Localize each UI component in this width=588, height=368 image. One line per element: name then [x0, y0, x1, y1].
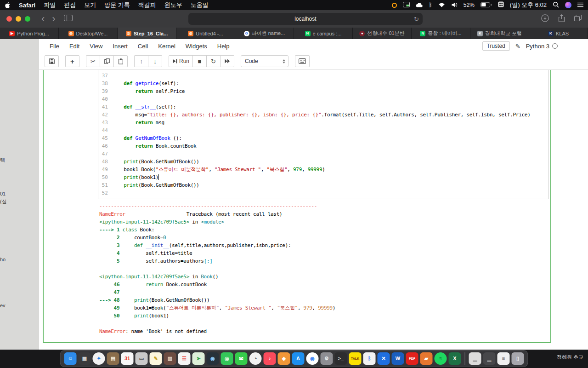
- browser-tab[interactable]: K경희대학교 포털: [470, 28, 529, 39]
- move-cell-up-button[interactable]: ↑: [134, 55, 148, 67]
- notebook-menu-item[interactable]: Help: [212, 41, 235, 52]
- dock-app-chrome[interactable]: ◉: [306, 352, 319, 365]
- browser-tab-active[interactable]: ◎Step_16_Cla...: [118, 28, 176, 39]
- dock-app-pdf[interactable]: PDF: [406, 352, 418, 365]
- dock-app-podcasts[interactable]: ◆: [278, 352, 290, 365]
- notebook-menu-item[interactable]: View: [85, 41, 107, 52]
- dock-app-blue-x[interactable]: ✕: [378, 352, 390, 365]
- address-bar[interactable]: localhost ↻: [188, 13, 423, 25]
- code-line-text[interactable]: return Book.countBook: [112, 142, 196, 150]
- dock-app-photos-dark[interactable]: ▦: [79, 352, 91, 365]
- dock-app-word[interactable]: W: [392, 352, 404, 365]
- code-line-text[interactable]: print(Book.GetNumOfBook()): [112, 181, 199, 189]
- code-line-text[interactable]: print(Book.GetNumOfBook()): [112, 158, 199, 166]
- menubar-item[interactable]: 방문 기록: [104, 1, 130, 9]
- menubar-item[interactable]: 윈도우: [164, 1, 182, 9]
- minimize-window-button[interactable]: [16, 16, 21, 22]
- browser-tab[interactable]: ●선형대수 01분반: [353, 28, 412, 39]
- dock-app-maps[interactable]: ➤: [192, 352, 205, 365]
- menubar-item[interactable]: 보기: [84, 1, 96, 9]
- dock-app-reminders[interactable]: ☰: [178, 352, 191, 365]
- browser-tab[interactable]: ◎Desktop/We...: [59, 28, 118, 39]
- volume-icon[interactable]: [451, 2, 458, 9]
- menubar-clock[interactable]: (일) 오후 6:02: [510, 1, 547, 9]
- dock-app-calendar[interactable]: 31: [121, 352, 134, 365]
- cell-type-dropdown[interactable]: Code: [241, 55, 288, 67]
- menubar-item[interactable]: 파일: [44, 1, 56, 9]
- move-cell-down-button[interactable]: ↓: [148, 55, 162, 67]
- dock-app-notes[interactable]: ✎: [150, 352, 162, 365]
- dock-app-messages[interactable]: ✉: [235, 352, 248, 365]
- cut-cell-button[interactable]: ✂: [86, 55, 100, 67]
- notebook-menu-item[interactable]: File: [45, 41, 64, 52]
- browser-tab[interactable]: ▶Python Prog...: [0, 28, 59, 39]
- dock-app-kakaotalk[interactable]: TALK: [349, 352, 362, 365]
- dock-app-trash[interactable]: ▯: [512, 352, 524, 365]
- copy-cell-button[interactable]: [100, 55, 114, 67]
- dock-app-music[interactable]: ♪: [264, 352, 276, 365]
- notebook-menu-item[interactable]: Edit: [64, 41, 85, 52]
- share-icon[interactable]: [558, 14, 565, 24]
- code-line-text[interactable]: def getprice(self):: [112, 80, 179, 87]
- dock-app-settings[interactable]: ⚙: [321, 352, 333, 365]
- code-line-text[interactable]: def __str__(self):: [112, 103, 176, 111]
- notebook-menu-item[interactable]: Kernel: [153, 41, 181, 52]
- tab-overview-icon[interactable]: [574, 15, 582, 23]
- trusted-badge[interactable]: Trusted: [482, 41, 510, 51]
- dock-app-window-gray[interactable]: ▭: [136, 352, 148, 365]
- screen-share-icon[interactable]: [403, 2, 410, 9]
- notebook-menu-item[interactable]: Insert: [107, 41, 133, 52]
- dock-app-min-window-2[interactable]: ▁: [483, 352, 496, 365]
- dock-app-finder[interactable]: ☺: [64, 352, 77, 365]
- sidebar-toggle-icon[interactable]: [64, 15, 73, 23]
- code-line-text[interactable]: return self.Price: [112, 87, 185, 95]
- browser-tab[interactable]: G파이썬 name...: [235, 28, 294, 39]
- notebook-menu-item[interactable]: Cell: [133, 41, 153, 52]
- dock-app-min-doc[interactable]: ≡: [498, 352, 510, 365]
- dock-app-facetime[interactable]: ◎: [221, 352, 233, 365]
- menubar-item[interactable]: 편집: [64, 1, 76, 9]
- reload-icon[interactable]: ↻: [414, 16, 419, 23]
- save-button[interactable]: [45, 55, 59, 67]
- zoom-window-button[interactable]: [25, 16, 30, 22]
- code-cell-editor[interactable]: 3738 def getprice(self):39 return self.P…: [98, 70, 549, 199]
- browser-tab[interactable]: KKLAS: [529, 28, 588, 39]
- dock-app-excel[interactable]: X: [449, 352, 461, 365]
- bluetooth-icon[interactable]: ᛒ: [429, 2, 432, 8]
- insert-cell-button[interactable]: +: [65, 55, 79, 67]
- dock-app-orange-app[interactable]: ▰: [420, 352, 433, 365]
- downloads-icon[interactable]: [541, 14, 549, 24]
- notification-center-icon[interactable]: [577, 2, 583, 9]
- code-line-text[interactable]: msg="title: {}, authors: {}, publisher: …: [112, 111, 530, 119]
- menubar-item[interactable]: 도움말: [191, 1, 209, 9]
- command-palette-button[interactable]: [295, 55, 310, 67]
- code-line-text[interactable]: book1=Book("스튜어트 미분적분학", "James Stewart …: [112, 166, 325, 173]
- restart-run-all-button[interactable]: [220, 55, 234, 67]
- notebook-menu-item[interactable]: Widgets: [181, 41, 212, 52]
- cloud-icon[interactable]: [416, 2, 423, 9]
- dock-app-appstore[interactable]: A: [292, 352, 305, 365]
- browser-tab[interactable]: Ne campus :...: [294, 28, 353, 39]
- browser-tab[interactable]: ◎Untitled4 -...: [176, 28, 235, 39]
- wifi-icon[interactable]: [438, 2, 445, 9]
- paste-cell-button[interactable]: [113, 55, 128, 67]
- dock-app-books[interactable]: ▥: [164, 352, 176, 365]
- code-line-text[interactable]: def GetNumOfBook ():: [112, 134, 182, 142]
- dock-app-min-window-1[interactable]: ▁: [469, 352, 481, 365]
- browser-tab[interactable]: N종합 : 네이버...: [412, 28, 470, 39]
- code-line-text[interactable]: print(book1): [112, 173, 159, 181]
- restart-kernel-button[interactable]: ↻: [206, 55, 220, 67]
- dock-app-safari[interactable]: ✦: [93, 352, 105, 365]
- apple-menu-icon[interactable]: [5, 2, 11, 9]
- input-source-icon[interactable]: [498, 1, 504, 9]
- battery-icon[interactable]: [481, 2, 492, 9]
- menubar-item[interactable]: 책갈피: [138, 1, 156, 9]
- run-button[interactable]: Run: [169, 55, 193, 67]
- dock-app-clock[interactable]: ◔: [249, 352, 262, 365]
- code-line-text[interactable]: return msg: [112, 119, 164, 126]
- dock-app-files-brown[interactable]: ▤: [107, 352, 119, 365]
- close-window-button[interactable]: [6, 16, 12, 22]
- back-button[interactable]: ‹: [38, 14, 48, 23]
- dock-app-globe-dark[interactable]: ◉: [207, 352, 219, 365]
- interrupt-kernel-button[interactable]: ■: [192, 55, 207, 67]
